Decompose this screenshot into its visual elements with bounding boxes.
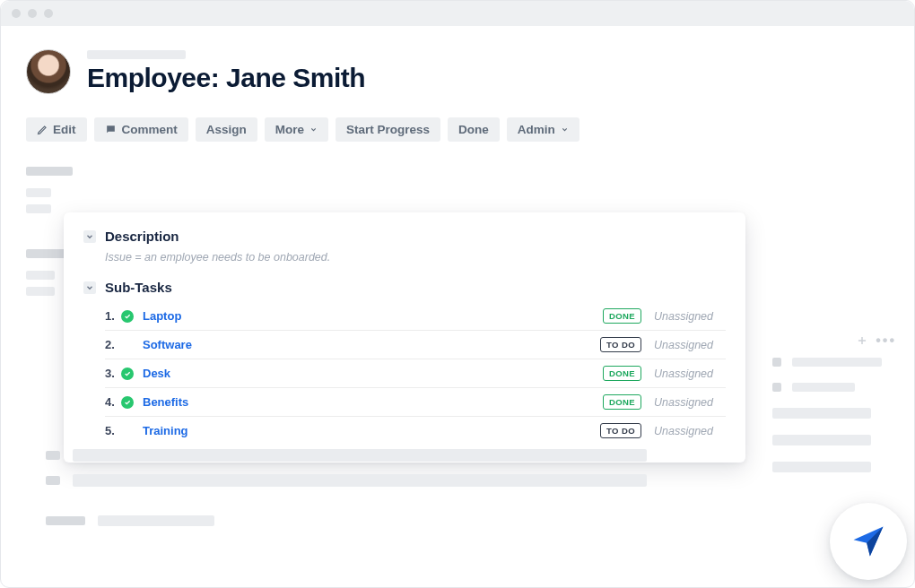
skeleton-bar xyxy=(98,515,214,526)
check-spacer xyxy=(121,339,134,351)
collapse-toggle[interactable] xyxy=(83,230,96,243)
status-badge: DONE xyxy=(603,394,641,410)
comment-icon xyxy=(105,124,117,135)
subtask-row[interactable]: 5. Training TO DO Unassigned xyxy=(105,417,726,445)
skeleton-bar xyxy=(26,271,55,280)
window-control-close[interactable] xyxy=(12,9,21,18)
skeleton-bar xyxy=(46,451,60,460)
subtask-assignee: Unassigned xyxy=(654,310,726,323)
subtask-row[interactable]: 4. Benefits DONE Unassigned xyxy=(105,388,726,417)
status-badge: TO DO xyxy=(600,423,641,438)
description-title: Description xyxy=(105,229,179,244)
check-icon xyxy=(121,368,134,380)
title-stack: Employee: Jane Smith xyxy=(87,50,365,93)
subtask-number: 5. xyxy=(105,424,121,437)
skeleton-bar xyxy=(772,383,781,392)
chevron-down-icon xyxy=(561,125,569,134)
subtask-number: 2. xyxy=(105,338,121,351)
skeleton-bar xyxy=(26,167,73,176)
subtask-row[interactable]: 2. Software TO DO Unassigned xyxy=(105,331,726,359)
start-progress-button[interactable]: Start Progress xyxy=(336,117,440,142)
description-header[interactable]: Description xyxy=(83,229,726,244)
skeleton-bar xyxy=(26,188,51,197)
subtask-assignee: Unassigned xyxy=(654,368,726,380)
edit-button[interactable]: Edit xyxy=(26,117,87,142)
skeleton-bar xyxy=(792,383,855,392)
done-label: Done xyxy=(458,123,489,136)
window-control-maximize[interactable] xyxy=(44,9,53,18)
skeleton-bar xyxy=(772,408,871,419)
subtask-number: 4. xyxy=(105,395,121,409)
window-control-minimize[interactable] xyxy=(28,9,37,18)
done-button[interactable]: Done xyxy=(448,117,500,142)
paper-plane-icon xyxy=(849,522,888,561)
chevron-down-icon xyxy=(85,283,94,292)
comment-button[interactable]: Comment xyxy=(94,117,188,142)
comment-label: Comment xyxy=(122,123,178,136)
check-spacer xyxy=(121,425,134,437)
breadcrumb-skeleton xyxy=(87,50,186,59)
description-text: Issue = an employee needs to be onboarde… xyxy=(105,251,726,264)
skeleton-bar xyxy=(772,462,871,472)
chevron-down-icon xyxy=(85,232,94,241)
status-badge: DONE xyxy=(603,366,641,381)
edit-label: Edit xyxy=(53,123,76,136)
start-progress-label: Start Progress xyxy=(346,123,430,136)
subtask-assignee: Unassigned xyxy=(654,339,726,351)
subtask-row[interactable]: 3. Desk DONE Unassigned xyxy=(105,359,726,388)
skeleton-bar xyxy=(46,516,85,525)
chevron-down-icon xyxy=(309,125,318,134)
subtask-link[interactable]: Laptop xyxy=(143,309,181,323)
check-icon xyxy=(121,396,134,409)
skeleton-bar xyxy=(26,287,55,296)
subtasks-title: Sub-Tasks xyxy=(105,280,172,295)
subtask-link[interactable]: Training xyxy=(143,424,188,437)
more-label: More xyxy=(275,123,304,136)
subtask-assignee: Unassigned xyxy=(654,425,726,437)
window-titlebar xyxy=(1,1,914,26)
more-button[interactable]: More xyxy=(265,117,328,142)
toolbar: Edit Comment Assign More Start Progress … xyxy=(26,117,889,142)
check-icon xyxy=(121,310,134,323)
collapse-toggle[interactable] xyxy=(83,281,96,294)
subtask-link[interactable]: Benefits xyxy=(143,395,188,409)
skeleton-bar xyxy=(792,358,882,367)
subtask-assignee: Unassigned xyxy=(654,396,726,409)
pencil-icon xyxy=(37,125,48,135)
subtask-list: 1. Laptop DONE Unassigned 2. Software TO… xyxy=(105,302,726,445)
avatar[interactable] xyxy=(26,49,71,94)
page-title: Employee: Jane Smith xyxy=(87,63,365,93)
subtask-number: 1. xyxy=(105,309,121,323)
skeleton-bar xyxy=(772,435,871,445)
app-window: Employee: Jane Smith Edit Comment Assign… xyxy=(0,0,915,588)
bottom-skeleton xyxy=(46,449,710,526)
skeleton-bar xyxy=(46,476,60,485)
assign-label: Assign xyxy=(206,123,247,136)
detail-card: Description Issue = an employee needs to… xyxy=(64,212,745,463)
subtask-row[interactable]: 1. Laptop DONE Unassigned xyxy=(105,302,726,331)
skeleton-bar xyxy=(772,358,781,367)
subtasks-header[interactable]: Sub-Tasks xyxy=(83,280,726,295)
skeleton-bar xyxy=(26,204,51,213)
skeleton-bar xyxy=(73,474,647,487)
admin-label: Admin xyxy=(518,123,555,136)
status-badge: TO DO xyxy=(600,337,641,352)
subtask-number: 3. xyxy=(105,367,121,380)
fab-button[interactable] xyxy=(830,503,907,580)
page-header: Employee: Jane Smith xyxy=(26,49,889,94)
skeleton-bar xyxy=(73,449,647,462)
admin-button[interactable]: Admin xyxy=(507,117,580,142)
subtask-link[interactable]: Desk xyxy=(143,367,170,380)
right-skeleton xyxy=(772,325,898,472)
subtask-link[interactable]: Software xyxy=(143,338,192,351)
assign-button[interactable]: Assign xyxy=(196,117,257,142)
status-badge: DONE xyxy=(603,308,641,324)
